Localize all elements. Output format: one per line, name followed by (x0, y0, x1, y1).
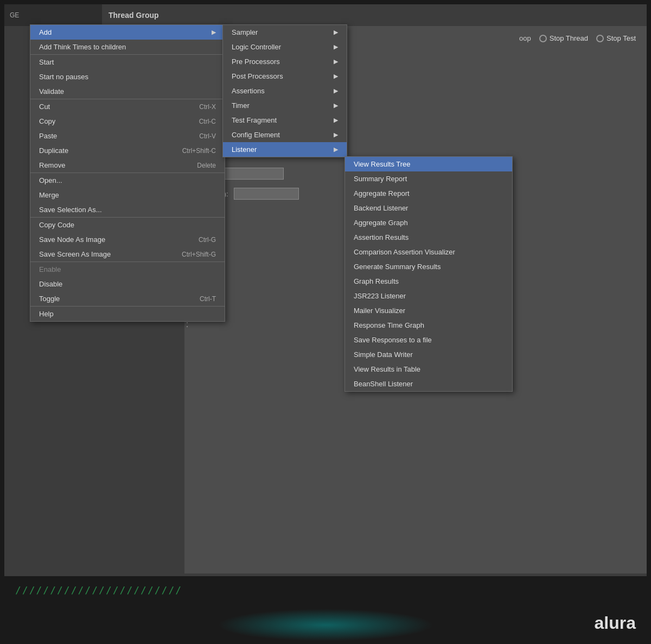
listener-item-graph-results[interactable]: Graph Results (345, 274, 512, 289)
seconds-input-2[interactable] (234, 188, 299, 200)
menu-item-start-no-pauses[interactable]: Start no pauses (30, 69, 225, 84)
stop-test-radio[interactable]: Stop Test (596, 34, 636, 42)
menu-item-copy[interactable]: Copy Ctrl-C (30, 114, 225, 129)
listener-item-simple-data-writer[interactable]: Simple Data Writer (345, 347, 512, 362)
logic-controller-arrow-icon: ▶ (334, 43, 338, 50)
alura-logo: alura (595, 613, 636, 633)
menu-item-help[interactable]: Help (30, 306, 225, 321)
paste-shortcut: Ctrl-V (199, 132, 216, 140)
duplicate-shortcut: Ctrl+Shift-C (182, 147, 216, 155)
menu-item-save-selection[interactable]: Save Selection As... (30, 202, 225, 217)
menu-item-toggle[interactable]: Toggle Ctrl-T (30, 291, 225, 306)
menu-item-add[interactable]: Add ▶ (30, 25, 225, 40)
timer-arrow-icon: ▶ (334, 102, 338, 109)
ge-label: GE (10, 11, 19, 19)
listener-item-generate-summary[interactable]: Generate Summary Results (345, 259, 512, 274)
listener-item-backend-listener[interactable]: Backend Listener (345, 201, 512, 215)
menu-item-save-screen-image[interactable]: Save Screen As Image Ctrl+Shift-G (30, 247, 225, 262)
loop-label: oop (519, 34, 531, 42)
listener-item-aggregate-report[interactable]: Aggregate Report (345, 186, 512, 201)
listener-item-view-results-table[interactable]: View Results in Table (345, 362, 512, 377)
listener-item-summary-report[interactable]: Summary Report (345, 171, 512, 186)
remove-shortcut: Delete (197, 162, 216, 169)
add-submenu: Sampler ▶ Logic Controller ▶ Pre Process… (222, 24, 347, 157)
sampler-arrow-icon: ▶ (334, 29, 338, 36)
submenu-item-assertions[interactable]: Assertions ▶ (223, 84, 347, 98)
menu-item-merge[interactable]: Merge (30, 188, 225, 202)
app-title-bar: GE (4, 4, 102, 26)
submenu-item-config-element[interactable]: Config Element ▶ (223, 127, 347, 142)
menu-item-duplicate[interactable]: Duplicate Ctrl+Shift-C (30, 143, 225, 158)
bottom-area: //////////////////////// alura (4, 576, 647, 644)
seconds-input-1[interactable] (219, 168, 284, 180)
menu-item-cut[interactable]: Cut Ctrl-X (30, 99, 225, 114)
stop-test-radio-circle (596, 35, 604, 42)
menu-item-enable: Enable (30, 262, 225, 277)
submenu-item-post-processors[interactable]: Post Processors ▶ (223, 69, 347, 84)
submenu-item-pre-processors[interactable]: Pre Processors ▶ (223, 54, 347, 69)
stop-thread-label: Stop Thread (550, 34, 588, 42)
teal-glow (217, 609, 434, 641)
menu-item-save-node-image[interactable]: Save Node As Image Ctrl-G (30, 232, 225, 247)
pre-processors-arrow-icon: ▶ (334, 58, 338, 65)
menu-item-remove[interactable]: Remove Delete (30, 158, 225, 173)
submenu-item-timer[interactable]: Timer ▶ (223, 98, 347, 113)
menu-item-paste[interactable]: Paste Ctrl-V (30, 129, 225, 143)
cut-shortcut: Ctrl-X (199, 103, 216, 111)
listener-item-comparison-assertion[interactable]: Comparison Assertion Visualizer (345, 245, 512, 259)
listener-item-aggregate-graph[interactable]: Aggregate Graph (345, 215, 512, 230)
slash-pattern: //////////////////////// (15, 584, 182, 596)
submenu-item-sampler[interactable]: Sampler ▶ (223, 25, 347, 40)
stop-thread-radio-circle (539, 35, 547, 42)
listener-arrow-icon: ▶ (334, 146, 338, 153)
menu-item-copy-code[interactable]: Copy Code (30, 217, 225, 232)
menu-item-start[interactable]: Start (30, 54, 225, 69)
toggle-shortcut: Ctrl-T (200, 295, 216, 303)
post-processors-arrow-icon: ▶ (334, 73, 338, 80)
test-fragment-arrow-icon: ▶ (334, 117, 338, 124)
listener-item-beanshell[interactable]: BeanShell Listener (345, 377, 512, 391)
copy-shortcut: Ctrl-C (199, 118, 216, 125)
stop-test-label: Stop Test (607, 34, 636, 42)
listener-item-response-time-graph[interactable]: Response Time Graph (345, 318, 512, 333)
submenu-item-test-fragment[interactable]: Test Fragment ▶ (223, 113, 347, 127)
listener-item-mailer-visualizer[interactable]: Mailer Visualizer (345, 303, 512, 318)
config-element-arrow-icon: ▶ (334, 131, 338, 138)
menu-item-validate[interactable]: Validate (30, 84, 225, 99)
listener-item-save-responses[interactable]: Save Responses to a file (345, 333, 512, 347)
stop-thread-radio[interactable]: Stop Thread (539, 34, 588, 42)
menu-item-disable[interactable]: Disable (30, 277, 225, 291)
menu-item-add-think-times[interactable]: Add Think Times to children (30, 40, 225, 54)
thread-group-header: Thread Group (108, 4, 159, 26)
listener-item-assertion-results[interactable]: Assertion Results (345, 230, 512, 245)
assertions-arrow-icon: ▶ (334, 87, 338, 94)
listener-item-jsr223[interactable]: JSR223 Listener (345, 289, 512, 303)
listener-submenu: View Results Tree Summary Report Aggrega… (344, 156, 513, 392)
add-arrow-icon: ▶ (212, 29, 216, 36)
submenu-item-logic-controller[interactable]: Logic Controller ▶ (223, 40, 347, 54)
save-screen-shortcut: Ctrl+Shift-G (182, 251, 216, 258)
main-context-menu: Add ▶ Add Think Times to children Start … (30, 24, 225, 322)
save-node-shortcut: Ctrl-G (199, 236, 216, 244)
submenu-item-listener[interactable]: Listener ▶ (223, 142, 347, 157)
listener-item-view-results-tree[interactable]: View Results Tree (345, 157, 512, 171)
menu-item-open[interactable]: Open... (30, 173, 225, 188)
